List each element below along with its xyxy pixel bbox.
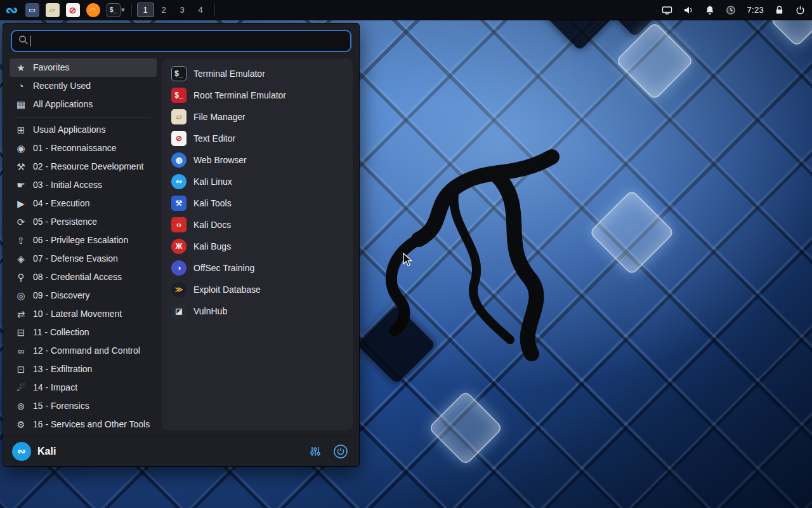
category-item[interactable]: ☛ 03 - Initial Access <box>10 176 157 194</box>
category-item[interactable]: ⟳ 05 - Persistence <box>10 213 157 231</box>
search-bar[interactable] <box>11 30 351 52</box>
category-item[interactable]: ⚲ 08 - Credential Access <box>10 268 157 286</box>
app-label: VulnHub <box>193 306 227 316</box>
system-tray: 7:23 <box>662 5 806 15</box>
app-item[interactable]: ≫ Exploit Database <box>167 279 348 300</box>
workspace-button[interactable]: 2 <box>155 3 173 17</box>
category-item[interactable]: ⚙ 16 - Services and Other Tools <box>10 415 157 434</box>
desktop[interactable]: ∾ ▭ ▱ ⊘ ◠ $_ ▾ 1234 7:23 <box>0 0 812 508</box>
app-label: Web Browser <box>193 155 247 165</box>
notifications-icon[interactable] <box>705 5 715 15</box>
category-item[interactable]: ◈ 07 - Defense Evasion <box>10 250 157 268</box>
category-icon: ⊟ <box>15 326 27 339</box>
launcher-icon: ∾ <box>5 3 19 17</box>
status-icon[interactable] <box>726 5 736 15</box>
app-icon: $_ <box>171 88 187 103</box>
category-item[interactable]: ◎ 09 - Discovery <box>10 286 157 305</box>
category-label: 06 - Privilege Escalation <box>33 234 128 247</box>
category-item[interactable]: ⚒ 02 - Resource Development <box>10 157 157 176</box>
workspace-button[interactable]: 4 <box>192 3 209 17</box>
category-item[interactable]: ⇧ 06 - Privilege Escalation <box>10 231 157 250</box>
app-item[interactable]: ∾ Kali Linux <box>167 171 348 192</box>
wallpaper-glass-cube <box>589 189 675 276</box>
mouse-cursor <box>402 253 415 267</box>
category-item[interactable]: ★ Favorites <box>10 58 157 77</box>
category-icon: ◎ <box>15 289 27 302</box>
workspace-button[interactable]: 3 <box>174 3 191 17</box>
category-icon: ◉ <box>15 142 27 155</box>
logout-icon[interactable] <box>795 5 806 15</box>
lock-icon[interactable] <box>775 5 784 15</box>
search-input[interactable] <box>36 36 344 46</box>
category-item[interactable]: ☄ 14 - Impact <box>10 378 157 397</box>
category-item[interactable]: ◔ Recently Used <box>10 77 157 95</box>
category-label: 15 - Forensics <box>33 399 89 413</box>
app-icon: ⚒ <box>171 196 187 211</box>
display-icon[interactable] <box>662 5 672 15</box>
whisker-menu-button[interactable]: ∾ <box>3 2 21 18</box>
text-caret <box>30 36 30 46</box>
volume-icon[interactable] <box>683 5 694 15</box>
category-item[interactable]: ▦ All Applications <box>10 95 157 114</box>
panel-separator <box>131 4 132 17</box>
app-icon: ≫ <box>171 282 187 297</box>
category-item[interactable]: ⊞ Usual Applications <box>10 121 157 139</box>
category-item[interactable]: ▶ 04 - Execution <box>10 194 157 213</box>
category-label: 14 - Impact <box>33 381 77 394</box>
category-item[interactable]: ⊚ 15 - Forensics <box>10 397 157 415</box>
launcher-dropdown-icon[interactable]: ▾ <box>121 6 125 14</box>
panel-separator <box>214 4 215 17</box>
window-manager-launcher[interactable]: ▭ <box>23 2 41 18</box>
category-icon: ⟳ <box>15 215 27 229</box>
favorites-list: $_ Terminal Emulator $_ Root Terminal Em… <box>162 58 353 431</box>
category-label: Favorites <box>33 61 70 74</box>
category-label: All Applications <box>33 98 93 111</box>
category-label: 05 - Persistence <box>33 215 97 229</box>
category-icon: ⚒ <box>15 160 27 173</box>
user-label: Kali <box>37 446 56 457</box>
wallpaper-glass-cube <box>615 22 694 100</box>
settings-button[interactable] <box>306 442 325 461</box>
category-label: 02 - Resource Development <box>33 160 143 173</box>
app-icon: ⊘ <box>171 131 187 146</box>
logout-button[interactable] <box>331 442 350 461</box>
app-item[interactable]: ⊘ Text Editor <box>167 128 348 149</box>
app-icon: $_ <box>171 66 187 81</box>
category-icon: ⊚ <box>15 399 27 413</box>
terminal-launcher[interactable]: $_ <box>104 2 122 18</box>
launcher-icon: ▱ <box>46 3 60 17</box>
app-item[interactable]: Ж Kali Bugs <box>167 236 348 257</box>
app-item[interactable]: ▱ File Manager <box>167 106 348 128</box>
app-item[interactable]: $_ Root Terminal Emulator <box>167 84 348 106</box>
clock[interactable]: 7:23 <box>747 5 764 15</box>
app-icon: ◪ <box>171 304 187 319</box>
app-item[interactable]: ⚒ Kali Tools <box>167 192 348 214</box>
app-item[interactable]: ◪ VulnHub <box>167 300 348 322</box>
category-item[interactable]: ∞ 12 - Command and Control <box>10 342 157 360</box>
category-icon: ⊡ <box>15 363 27 376</box>
category-icon: ⚙ <box>15 418 27 431</box>
workspace-button[interactable]: 1 <box>137 3 154 17</box>
category-item[interactable]: ⊡ 13 - Exfiltration <box>10 360 157 378</box>
app-item[interactable]: ◑ OffSec Training <box>167 257 348 279</box>
category-icon: ∞ <box>15 344 27 358</box>
file-manager-launcher[interactable]: ▱ <box>43 2 62 18</box>
app-item[interactable]: ◍ Web Browser <box>167 149 348 171</box>
text-editor-launcher[interactable]: ⊘ <box>63 2 82 18</box>
app-label: OffSec Training <box>193 263 254 273</box>
category-icon: ⊞ <box>15 123 27 137</box>
category-item[interactable]: ◉ 01 - Reconnaissance <box>10 139 157 157</box>
top-panel: ∾ ▭ ▱ ⊘ ◠ $_ ▾ 1234 7:23 <box>0 0 812 20</box>
firefox-launcher[interactable]: ◠ <box>84 2 102 18</box>
app-item[interactable]: $_ Terminal Emulator <box>167 63 348 84</box>
category-icon: ◈ <box>15 252 27 265</box>
category-label: 09 - Discovery <box>33 289 89 302</box>
app-label: Exploit Database <box>193 284 261 295</box>
category-icon: ▶ <box>15 197 27 210</box>
app-label: Root Terminal Emulator <box>193 90 286 100</box>
category-item[interactable]: ⊟ 11 - Collection <box>10 323 157 342</box>
app-item[interactable]: ‹› Kali Docs <box>167 214 348 236</box>
app-label: Terminal Emulator <box>193 69 265 79</box>
category-label: 13 - Exfiltration <box>33 363 92 376</box>
category-item[interactable]: ⇄ 10 - Lateral Movement <box>10 305 157 323</box>
